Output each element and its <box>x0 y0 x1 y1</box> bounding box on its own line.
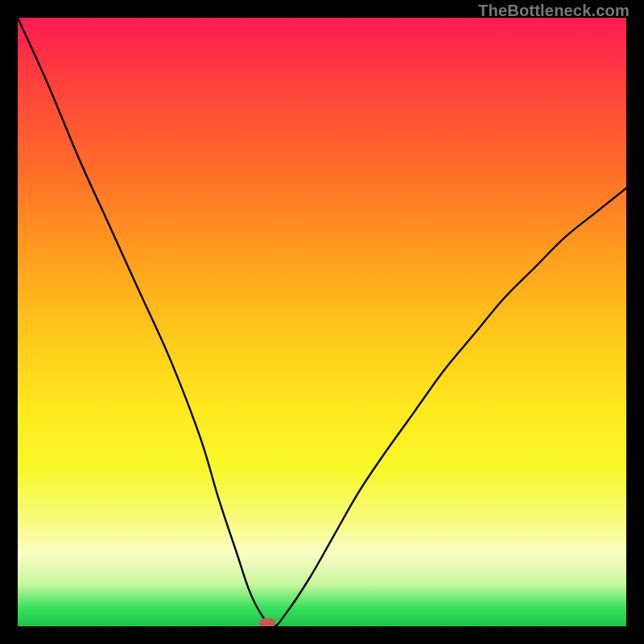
curve-layer <box>18 18 626 626</box>
bottleneck-curve <box>18 18 626 626</box>
plot-area <box>18 18 626 626</box>
optimal-marker <box>259 618 275 626</box>
chart-frame: TheBottleneck.com <box>0 0 644 644</box>
